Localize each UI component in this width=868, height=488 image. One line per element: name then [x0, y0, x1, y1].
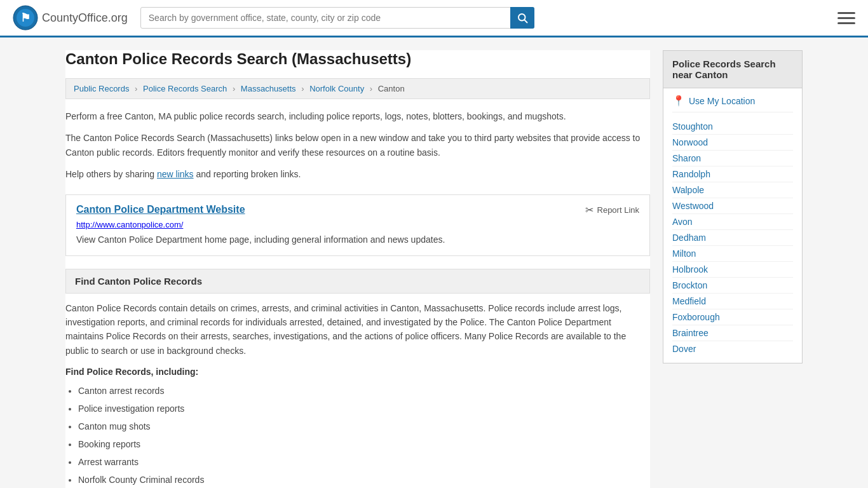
report-icon: ✂ [585, 204, 593, 216]
search-container [140, 7, 534, 29]
sidebar-nearby-link[interactable]: Sharon [672, 151, 793, 166]
search-input[interactable] [140, 7, 534, 29]
site-logo[interactable]: ⚑ CountyOffice.org [13, 5, 128, 30]
site-header: ⚑ CountyOffice.org [0, 0, 868, 37]
sidebar-nearby-link[interactable]: Milton [672, 246, 793, 262]
find-subheader: Find Police Records, including: [65, 367, 650, 377]
breadcrumb: Public Records › Police Records Search ›… [65, 78, 650, 99]
breadcrumb-canton: Canton [378, 84, 405, 93]
sidebar-nearby-link[interactable]: Dover [672, 341, 793, 356]
report-link-button[interactable]: ✂ Report Link [585, 204, 639, 216]
sidebar-nearby-link[interactable]: Dedham [672, 230, 793, 246]
link-card: Canton Police Department Website ✂ Repor… [65, 194, 650, 256]
sidebar-content: 📍 Use My Location StoughtonNorwoodSharon… [663, 88, 803, 363]
page-title: Canton Police Records Search (Massachuse… [65, 50, 650, 68]
svg-line-4 [524, 20, 527, 22]
sidebar-nearby-link[interactable]: Medfield [672, 294, 793, 309]
list-item: Canton mug shots [78, 417, 650, 435]
breadcrumb-massachusetts[interactable]: Massachusetts [241, 84, 296, 93]
sidebar-title: Police Records Search near Canton [663, 50, 803, 88]
content-area: Canton Police Records Search (Massachuse… [65, 50, 650, 488]
link-url[interactable]: http://www.cantonpolice.com/ [76, 220, 639, 229]
logo-icon: ⚑ [13, 5, 38, 30]
sidebar-nearby-link[interactable]: Avon [672, 214, 793, 230]
intro-paragraph-2: The Canton Police Records Search (Massac… [65, 131, 650, 159]
sidebar-nearby-link[interactable]: Braintree [672, 325, 793, 341]
sidebar: Police Records Search near Canton 📍 Use … [663, 50, 803, 488]
find-section-description: Canton Police Records contain details on… [65, 301, 650, 358]
breadcrumb-public-records[interactable]: Public Records [74, 84, 129, 93]
link-description: View Canton Police Department home page,… [76, 233, 639, 247]
link-card-title[interactable]: Canton Police Department Website [76, 204, 245, 215]
find-section-header: Find Canton Police Records [65, 269, 650, 294]
sidebar-nearby-link[interactable]: Norwood [672, 135, 793, 151]
intro-paragraph-3: Help others by sharing new links and rep… [65, 167, 650, 181]
main-container: Canton Police Records Search (Massachuse… [53, 37, 815, 488]
search-button[interactable] [510, 7, 534, 29]
svg-text:⚑: ⚑ [20, 11, 31, 24]
sidebar-nearby-link[interactable]: Stoughton [672, 119, 793, 135]
logo-text: CountyOffice.org [42, 11, 128, 25]
sidebar-nearby-link[interactable]: Brockton [672, 278, 793, 294]
sidebar-links-container: StoughtonNorwoodSharonRandolphWalpoleWes… [672, 119, 793, 356]
breadcrumb-police-records-search[interactable]: Police Records Search [143, 84, 227, 93]
hamburger-menu[interactable] [837, 12, 855, 24]
sidebar-nearby-link[interactable]: Westwood [672, 198, 793, 214]
find-list: Canton arrest recordsPolice investigatio… [65, 382, 650, 488]
list-item: Arrest warrants [78, 453, 650, 471]
search-icon [517, 12, 528, 24]
breadcrumb-norfolk-county[interactable]: Norfolk County [309, 84, 364, 93]
report-link-label: Report Link [597, 205, 639, 215]
list-item: Norfolk County Criminal records [78, 471, 650, 488]
location-pin-icon: 📍 [672, 95, 685, 107]
list-item: Canton arrest records [78, 382, 650, 400]
use-location-label: Use My Location [689, 96, 755, 106]
new-links-link[interactable]: new links [157, 169, 194, 179]
use-my-location-link[interactable]: 📍 Use My Location [672, 95, 793, 112]
list-item: Police investigation reports [78, 400, 650, 417]
sidebar-nearby-link[interactable]: Randolph [672, 166, 793, 182]
list-item: Booking reports [78, 435, 650, 453]
intro-paragraph-1: Perform a free Canton, MA public police … [65, 109, 650, 123]
sidebar-nearby-link[interactable]: Foxborough [672, 309, 793, 325]
sidebar-nearby-link[interactable]: Walpole [672, 182, 793, 198]
find-section: Find Canton Police Records Canton Police… [65, 269, 650, 488]
sidebar-nearby-link[interactable]: Holbrook [672, 262, 793, 278]
